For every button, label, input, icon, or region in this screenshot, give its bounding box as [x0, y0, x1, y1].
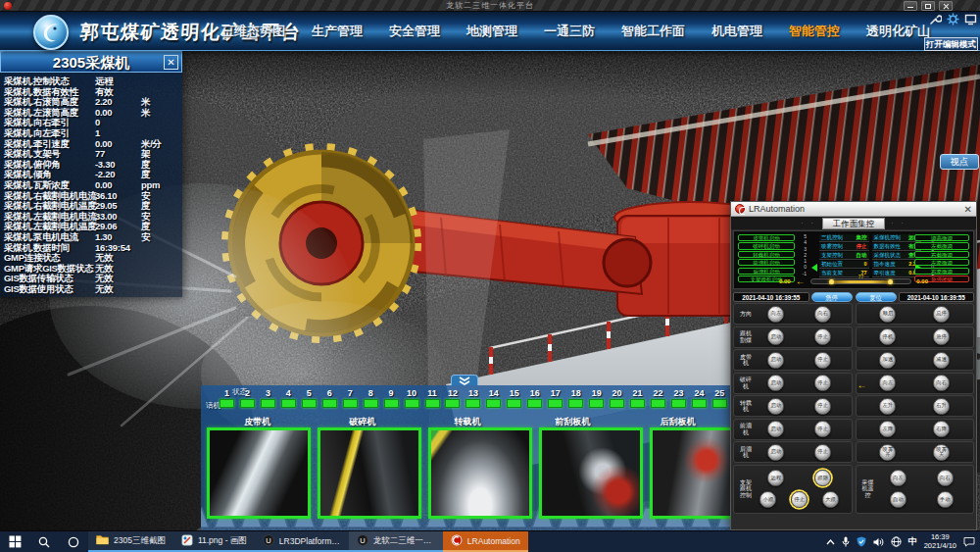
round-button[interactable]: 停止	[814, 398, 831, 415]
round-button[interactable]: 启动	[767, 328, 784, 345]
round-button[interactable]: 停机	[879, 328, 896, 345]
round-button[interactable]: 顺启	[879, 306, 896, 323]
round-button[interactable]: 启动	[767, 444, 784, 461]
round-button[interactable]: 向右	[814, 306, 831, 323]
machine-start-button[interactable]: 前溜机启动	[738, 259, 795, 266]
round-button[interactable]: 向右	[937, 470, 954, 486]
slider-track[interactable]: 77	[810, 278, 912, 284]
minimize-button[interactable]	[904, 1, 917, 11]
task-view-icon[interactable]	[59, 531, 88, 552]
channel-status-indicator	[466, 399, 480, 408]
fine-tune-button[interactable]: 左牵微调	[914, 259, 969, 266]
round-button[interactable]: 启动	[767, 421, 784, 437]
machine-start-button[interactable]: 后溜机启动	[738, 268, 795, 275]
round-button[interactable]: 向右	[933, 375, 950, 391]
round-button[interactable]: 右降	[933, 421, 950, 437]
nav-item[interactable]: 透明化矿山	[866, 23, 930, 40]
round-button[interactable]: 跟随	[814, 470, 831, 486]
task-item[interactable]: 2305三维截图	[88, 531, 173, 552]
round-button[interactable]: 向左	[890, 470, 906, 486]
round-button[interactable]: 喷雾开	[879, 444, 896, 461]
tray-expand-icon[interactable]	[826, 539, 835, 545]
panel-close-icon[interactable]: ✕	[164, 55, 178, 70]
estop-button[interactable]: 急停	[811, 292, 853, 302]
speaker-icon[interactable]	[873, 537, 884, 547]
lra-close-icon[interactable]: ✕	[964, 203, 972, 216]
gear-icon[interactable]	[947, 13, 959, 25]
task-item[interactable]: U龙软二三维一体化...	[349, 531, 443, 552]
round-button[interactable]: 停止	[814, 421, 831, 437]
nav-item[interactable]: 智能工作面	[621, 23, 685, 40]
round-button[interactable]: 右升	[933, 398, 950, 415]
fullscreen-icon[interactable]	[964, 13, 977, 25]
nav-item[interactable]: 三维态势图	[221, 23, 285, 40]
search-icon[interactable]	[29, 531, 59, 552]
fine-tune-button[interactable]: 调高微调	[914, 234, 969, 241]
round-button[interactable]: 向左	[767, 306, 784, 323]
clock[interactable]: 16:39 2021/4/10	[924, 533, 956, 550]
round-button[interactable]: 停止	[814, 328, 831, 345]
task-item[interactable]: LRAutomation	[443, 531, 528, 552]
round-button[interactable]: 启动	[767, 398, 784, 415]
tab-workface-control[interactable]: 工作面集控	[822, 218, 886, 229]
camera-thumb[interactable]	[318, 427, 421, 519]
fine-tune-button[interactable]: 左截微调	[914, 242, 969, 249]
task-item[interactable]: ULR3DPlatform - U...	[255, 531, 349, 552]
taskbar-items: 2305三维截图11.png - 画图ULR3DPlatform - U...U…	[0, 531, 528, 552]
round-button[interactable]: 小跟	[760, 491, 776, 508]
round-button[interactable]: 手动	[937, 491, 954, 508]
camera-thumb[interactable]	[539, 427, 643, 519]
channel-number: 25	[710, 388, 730, 398]
round-button[interactable]: 大跟	[822, 491, 839, 508]
telemetry-row: 采煤机.支架号77架	[4, 148, 182, 159]
ime-indicator[interactable]: 中	[908, 535, 917, 548]
start-button[interactable]	[0, 531, 29, 552]
viewpoint-tab[interactable]: 视点	[940, 154, 979, 170]
nav-item[interactable]: 安全管理	[389, 23, 440, 40]
round-button[interactable]: 停止	[814, 444, 831, 461]
machine-start-button[interactable]: 转载机启动	[738, 251, 795, 258]
round-button[interactable]: 加速	[879, 352, 896, 369]
camera-thumb[interactable]	[207, 427, 311, 519]
channel-status-indicator	[240, 399, 255, 408]
nav-item[interactable]: 地测管理	[466, 23, 517, 40]
machine-start-button[interactable]: 破碎机启动	[738, 242, 795, 249]
channel-status-indicator	[712, 399, 727, 408]
round-button[interactable]: 向左	[879, 375, 896, 391]
round-button[interactable]: 喷雾关	[933, 444, 950, 461]
task-item[interactable]: 11.png - 画图	[173, 531, 255, 552]
nav-item[interactable]: 智能管控	[789, 23, 840, 40]
round-button[interactable]: 停止	[791, 491, 808, 508]
collapse-panel-tab[interactable]	[451, 375, 478, 385]
round-button[interactable]: 左降	[879, 421, 896, 437]
round-button[interactable]: 总停	[933, 306, 950, 323]
camera-thumb[interactable]	[428, 427, 532, 519]
action-center-icon[interactable]	[963, 536, 975, 547]
round-button[interactable]: 启动	[767, 352, 784, 369]
maximize-button[interactable]	[921, 1, 935, 11]
round-button[interactable]: 停止	[814, 375, 831, 391]
nav-item[interactable]: 一通三防	[544, 23, 595, 40]
channel-status-indicator	[651, 399, 665, 408]
round-button[interactable]: 急停	[933, 328, 950, 345]
machine-start-button[interactable]: 皮带机启动	[738, 234, 795, 241]
wrench-icon[interactable]	[929, 13, 942, 25]
round-button[interactable]: 启动	[767, 375, 784, 391]
reset-button[interactable]: 复位	[856, 292, 897, 302]
fine-tune-button[interactable]: 右截微调	[914, 251, 969, 258]
nav-item[interactable]: 生产管理	[312, 23, 363, 40]
channel-status-indicator	[281, 399, 296, 408]
shield-icon[interactable]	[857, 536, 866, 547]
open-edit-mode-button[interactable]: 打开编辑模式	[924, 37, 978, 51]
close-button[interactable]	[939, 1, 953, 11]
round-button[interactable]: 减速	[933, 352, 950, 369]
nav-item[interactable]: 机电管理	[711, 23, 762, 40]
round-button[interactable]: 远程	[767, 470, 784, 486]
network-globe-icon[interactable]	[891, 536, 902, 547]
round-button[interactable]: 左升	[879, 398, 896, 415]
control-row: 喷雾开喷雾关	[856, 441, 975, 463]
microphone-icon[interactable]	[842, 536, 850, 547]
round-button[interactable]: 停止	[814, 352, 831, 369]
fine-tune-button[interactable]: 右牵微调	[914, 268, 969, 275]
round-button[interactable]: 自动	[890, 491, 906, 508]
